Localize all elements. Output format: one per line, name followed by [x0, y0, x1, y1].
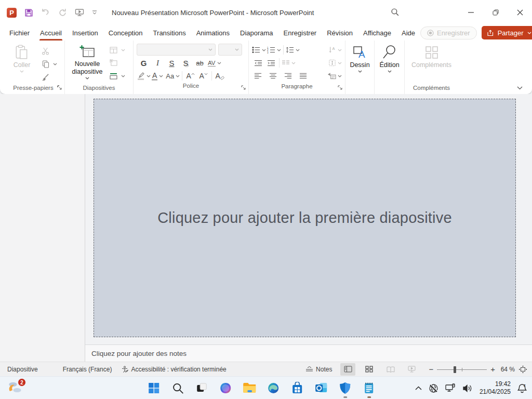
copilot-button[interactable] [219, 380, 232, 396]
start-slideshow-button[interactable] [75, 8, 84, 17]
zoom-slider[interactable] [437, 366, 487, 373]
numbering-button[interactable]: 123 [267, 46, 281, 54]
volume-icon[interactable] [462, 384, 473, 393]
text-direction-button[interactable]: A [328, 46, 342, 54]
font-dialog-launcher[interactable] [241, 85, 246, 90]
tab-diaporama[interactable]: Diaporama [235, 25, 278, 41]
tab-transitions[interactable]: Transitions [148, 25, 191, 41]
show-hidden-icons-button[interactable] [415, 386, 422, 390]
clear-formatting-button[interactable]: A [214, 70, 226, 82]
view-slideshow-button[interactable] [404, 363, 419, 376]
zoom-in-button[interactable]: + [490, 365, 495, 374]
pane-splitter[interactable] [85, 94, 85, 362]
fit-slide-to-window-button[interactable] [519, 366, 527, 373]
underline-button[interactable]: S [166, 57, 178, 69]
tab-enregistrer[interactable]: Enregistrer [278, 25, 322, 41]
new-slide-button[interactable]: Nouvelle diapositive [67, 43, 108, 79]
zoom-percentage[interactable]: 64 % [495, 366, 515, 373]
customize-qat-chevron-icon[interactable] [92, 10, 97, 15]
close-button[interactable] [508, 0, 532, 25]
font-name-combobox[interactable] [137, 44, 216, 56]
taskbar-weather-widget[interactable]: 2 [7, 380, 25, 396]
addins-button[interactable]: Compléments [407, 43, 456, 69]
minimize-button[interactable] [459, 0, 483, 25]
collapse-ribbon-chevron-icon[interactable] [517, 86, 523, 90]
microsoft-store-button[interactable] [290, 380, 304, 396]
share-button[interactable]: Partager [482, 26, 532, 39]
status-accessibility[interactable]: Accessibilité : vérification terminée [112, 366, 226, 373]
powerpoint-app-icon[interactable]: P [7, 8, 17, 18]
bullets-button[interactable] [252, 46, 266, 54]
justify-button[interactable] [297, 70, 309, 82]
layout-chevron-icon[interactable] [121, 49, 125, 51]
text-shadow-button[interactable]: S [180, 57, 192, 69]
notes-pane[interactable]: Cliquez pour ajouter des notes [85, 344, 532, 362]
undo-button[interactable] [41, 8, 50, 17]
no-internet-icon[interactable] [429, 383, 438, 393]
view-reading-button[interactable] [383, 363, 398, 376]
notepad-button[interactable] [362, 380, 376, 396]
decrease-indent-button[interactable] [252, 57, 264, 69]
paste-button[interactable]: Coller [4, 43, 39, 73]
change-case-button[interactable]: Aa [166, 72, 180, 80]
view-slide-sorter-button[interactable] [362, 363, 377, 376]
edge-button[interactable] [267, 380, 280, 396]
grow-font-button[interactable]: A [184, 70, 196, 82]
line-spacing-button[interactable] [286, 46, 300, 54]
strikethrough-button[interactable]: ab [194, 57, 206, 69]
tab-animations[interactable]: Animations [191, 25, 235, 41]
shrink-font-button[interactable]: A [197, 70, 209, 82]
file-explorer-button[interactable] [243, 380, 256, 396]
zoom-out-button[interactable]: − [429, 365, 433, 374]
font-color-button[interactable]: A [152, 72, 163, 81]
copy-chevron-icon[interactable] [53, 63, 57, 65]
save-button[interactable] [24, 8, 33, 17]
tab-affichage[interactable]: Affichage [358, 25, 396, 41]
slide-canvas[interactable]: Cliquez pour ajouter la première diaposi… [94, 99, 516, 337]
section-button[interactable] [108, 70, 119, 82]
do-not-disturb-bell-icon[interactable]: z [517, 383, 527, 393]
format-painter-button[interactable] [39, 71, 51, 83]
notes-toggle-button[interactable]: Notes [305, 366, 332, 373]
slide-thumbnails-pane[interactable] [0, 94, 85, 362]
taskbar-search-button[interactable] [171, 380, 184, 396]
tab-aide[interactable]: Aide [396, 25, 420, 41]
copy-button[interactable] [39, 58, 51, 70]
status-language[interactable]: Français (France) [38, 366, 112, 373]
tab-insertion[interactable]: Insertion [67, 25, 103, 41]
record-button[interactable]: Enregistrer [420, 26, 477, 39]
italic-button[interactable]: I [152, 57, 164, 69]
restore-button[interactable] [483, 0, 508, 25]
align-center-button[interactable] [267, 70, 279, 82]
zoom-slider-thumb[interactable] [454, 366, 456, 373]
tab-fichier[interactable]: Fichier [4, 25, 35, 41]
taskbar-clock[interactable]: 19:42 21/04/2025 [480, 380, 511, 396]
windows-security-button[interactable] [338, 380, 352, 396]
tab-revision[interactable]: Révision [322, 25, 358, 41]
character-spacing-button[interactable]: AV [208, 60, 221, 66]
cut-button[interactable] [39, 45, 51, 57]
start-button[interactable] [147, 380, 161, 396]
clipboard-dialog-launcher[interactable] [57, 85, 62, 90]
columns-button[interactable] [282, 60, 296, 66]
align-text-button[interactable] [328, 59, 342, 66]
align-right-button[interactable] [282, 70, 294, 82]
tab-accueil[interactable]: Accueil [35, 25, 67, 41]
paragraph-dialog-launcher[interactable] [338, 85, 342, 90]
slide-layout-button[interactable] [108, 44, 119, 56]
drawing-button[interactable]: A Dessin [348, 43, 372, 73]
section-chevron-icon[interactable] [121, 75, 125, 77]
task-view-button[interactable] [195, 380, 208, 396]
reset-slide-button[interactable] [108, 57, 119, 69]
outlook-button[interactable] [314, 380, 328, 396]
editing-button[interactable]: Édition [377, 43, 402, 73]
view-normal-button[interactable] [340, 363, 355, 376]
increase-indent-button[interactable] [265, 57, 277, 69]
bold-button[interactable]: G [138, 57, 150, 69]
redo-button[interactable] [58, 8, 67, 17]
tab-conception[interactable]: Conception [103, 25, 148, 41]
align-left-button[interactable] [252, 70, 264, 82]
status-slide-indicator[interactable]: Diapositive [0, 366, 38, 373]
convert-to-smartart-button[interactable] [327, 72, 342, 79]
search-icon[interactable] [391, 8, 400, 17]
